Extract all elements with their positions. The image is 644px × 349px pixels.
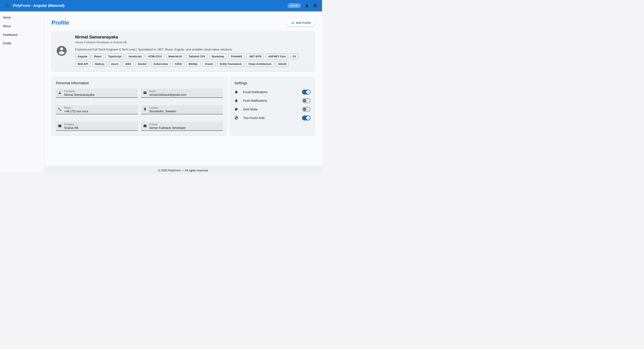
- skill-chip[interactable]: Docker: [136, 61, 149, 67]
- edit-profile-label: Edit Profile: [296, 21, 311, 24]
- settings-title: Settings: [234, 81, 310, 85]
- skill-chip[interactable]: Azure: [108, 61, 121, 67]
- personal-info-card: Personal Information Full Name Nirmal Sa…: [52, 77, 227, 135]
- field-value: +46 (72) xxx-xxxx: [64, 110, 136, 113]
- sidebar-item-profile[interactable]: Profile: [0, 39, 44, 48]
- setting-label: Push Notifications: [243, 99, 267, 102]
- settings-card: Settings Email Notifications Push Notifi…: [230, 77, 315, 135]
- footer-text: © 2025 PolyFront — All rights reserved.: [158, 169, 208, 172]
- skill-chip[interactable]: AWS: [123, 61, 134, 67]
- field-label: Location: [149, 106, 221, 109]
- skill-chip[interactable]: Bootstrap: [209, 54, 226, 59]
- skill-chip[interactable]: ASP.NET Core: [266, 54, 288, 59]
- notifications-bell-icon[interactable]: [305, 4, 309, 8]
- skill-chip[interactable]: SOLID: [276, 61, 289, 67]
- position-field[interactable]: Position Senior Fullstack Developer: [141, 122, 223, 131]
- location-field[interactable]: Location Stockholm, Sweden: [141, 105, 223, 114]
- field-value: nirmal.fullstack@gmail.com: [149, 93, 221, 97]
- skill-chip[interactable]: .NET 6/7/8: [246, 54, 264, 59]
- skill-chip[interactable]: Entity Framework: [217, 61, 244, 67]
- skill-chip[interactable]: Oracle: [202, 61, 216, 67]
- user-avatar-icon[interactable]: [313, 4, 317, 8]
- full-name-field[interactable]: Full Name Nirmal Samaranayaka: [56, 88, 138, 98]
- minus-icon: [304, 100, 306, 101]
- toggle-push-notifications[interactable]: [302, 98, 310, 103]
- person-icon: [58, 91, 62, 95]
- bell-icon: [234, 99, 238, 102]
- profile-name: Nirmal Samaranayaka: [75, 35, 310, 40]
- bell-icon: [234, 90, 238, 94]
- toggle-email-notifications[interactable]: [302, 90, 310, 94]
- skill-chips: AngularReactTypeScriptJavaScriptHTML/CSS…: [75, 54, 310, 67]
- field-label: Position: [149, 123, 221, 126]
- field-value: Senior Fullstack Developer: [149, 126, 221, 130]
- skill-chip[interactable]: C#: [290, 54, 298, 59]
- sidebar-item-label: Dashboard: [3, 33, 18, 36]
- phone-icon: [58, 108, 62, 112]
- profile-page: Profile Edit Profile Nirmal Samaranayaka…: [45, 11, 322, 166]
- app-title: PolyFront - Angular (Material): [13, 4, 64, 8]
- check-icon: [307, 117, 309, 119]
- skill-chip[interactable]: Kubernetes: [151, 61, 170, 67]
- skill-chip[interactable]: Tailwind CSS: [186, 54, 208, 59]
- skill-chip[interactable]: Material-UI: [166, 54, 184, 59]
- field-value: Stockholm, Sweden: [149, 110, 221, 113]
- skill-chip[interactable]: Web API: [75, 61, 90, 67]
- email-icon: [143, 91, 147, 95]
- setting-row-push-notifications: Push Notifications: [234, 96, 310, 105]
- briefcase-icon: [58, 124, 62, 128]
- skill-chip[interactable]: Angular: [75, 54, 90, 59]
- skill-chip[interactable]: JavaScript: [126, 54, 144, 59]
- sidebar-item-home[interactable]: Home: [0, 13, 44, 22]
- pencil-icon: [291, 22, 294, 24]
- email-field[interactable]: Email nirmal.fullstack@gmail.com: [141, 88, 223, 98]
- profile-subtitle: Senior Fullstack Developer at Scania AB.: [75, 41, 310, 44]
- briefcase-icon: [143, 124, 147, 128]
- edit-profile-button[interactable]: Edit Profile: [287, 19, 315, 26]
- sidebar-item-dashboard[interactable]: Dashboard: [0, 30, 44, 39]
- sidebar-item-label: About: [3, 24, 10, 28]
- skill-chip[interactable]: Clean Architecture: [246, 61, 274, 67]
- field-label: Email: [149, 90, 221, 92]
- skill-chip[interactable]: React: [92, 54, 104, 59]
- skill-chip[interactable]: MSSQL: [186, 61, 200, 67]
- profile-hero-card: Nirmal Samaranayaka Senior Fullstack Dev…: [52, 31, 315, 71]
- toggle-two-factor-auth[interactable]: [302, 116, 310, 120]
- location-icon: [143, 108, 147, 112]
- field-label: Company: [64, 123, 136, 126]
- minus-icon: [304, 109, 306, 110]
- skill-chip[interactable]: CI/CD: [172, 61, 184, 67]
- company-field[interactable]: Company Scania AB.: [56, 122, 138, 131]
- field-label: Full Name: [64, 90, 136, 92]
- skill-chip[interactable]: PrimeNG: [228, 54, 244, 59]
- sidebar-item-label: Profile: [3, 42, 11, 45]
- footer: © 2025 PolyFront — All rights reserved.: [45, 166, 322, 174]
- sidebar-item-about[interactable]: About: [0, 22, 44, 30]
- setting-row-dark-mode: Dark Mode: [234, 105, 310, 114]
- field-value: Scania AB.: [64, 126, 136, 130]
- app-bar: PolyFront - Angular (Material) v0.0.41: [0, 0, 322, 11]
- toggle-dark-mode[interactable]: [302, 107, 310, 112]
- skill-chip[interactable]: HTML/CSS: [146, 54, 164, 59]
- phone-field[interactable]: Phone +46 (72) xxx-xxxx: [56, 105, 138, 114]
- personal-info-title: Personal Information: [56, 81, 223, 85]
- profile-description: Experienced Full Stack Engineer & Tech L…: [75, 48, 310, 51]
- shield-icon: [234, 116, 238, 120]
- version-badge: v0.0.41: [288, 3, 301, 8]
- skill-chip[interactable]: Node.js: [92, 61, 107, 67]
- setting-label: Email Notifications: [243, 90, 268, 94]
- menu-icon[interactable]: [5, 4, 9, 8]
- setting-row-two-factor-auth: Two-Factor Auth: [234, 114, 310, 122]
- page-title: Profile: [52, 20, 69, 26]
- sidebar-item-label: Home: [3, 16, 11, 19]
- setting-row-email-notifications: Email Notifications: [234, 88, 310, 96]
- skill-chip[interactable]: TypeScript: [106, 54, 124, 59]
- check-icon: [307, 91, 309, 93]
- field-value: Nirmal Samaranayaka: [64, 93, 136, 97]
- field-label: Phone: [64, 106, 136, 109]
- setting-label: Dark Mode: [243, 108, 258, 111]
- profile-avatar-icon: [56, 45, 68, 57]
- sidebar-nav: Home About Dashboard Profile: [0, 11, 45, 172]
- setting-label: Two-Factor Auth: [243, 116, 265, 120]
- palette-icon: [234, 107, 238, 111]
